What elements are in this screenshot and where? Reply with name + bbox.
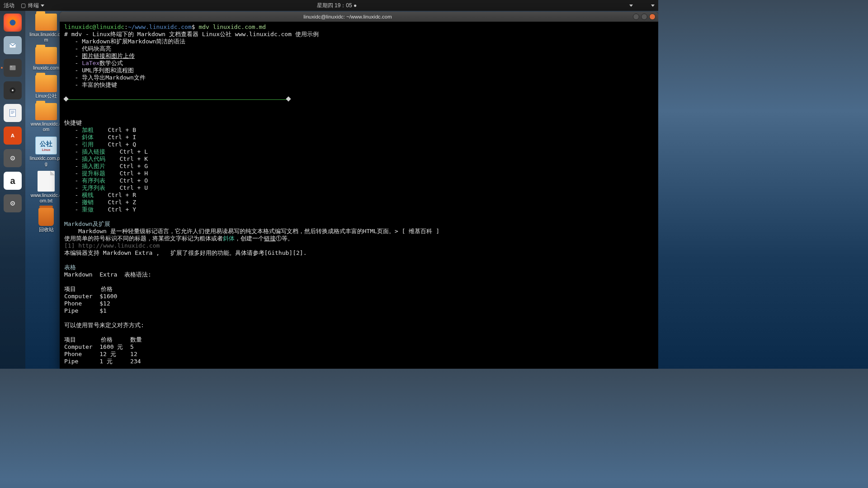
- terminal-body[interactable]: linuxidc@linuxidc:~/www.linuxidc.com$ md…: [60, 22, 658, 369]
- dock-amazon[interactable]: a: [4, 172, 22, 190]
- desktop-icon-folder[interactable]: Linux公社: [28, 75, 64, 99]
- desktop-icons: linux.linuxidc.comlinuxidc.comLinux公社www…: [28, 14, 64, 232]
- dock-libreoffice-writer[interactable]: [4, 104, 22, 122]
- top-panel: 活动 ▢ 终端 星期四 19：05 ●: [0, 0, 658, 11]
- svg-point-21: [12, 203, 14, 204]
- svg-rect-13: [10, 109, 16, 117]
- desktop-icon-folder[interactable]: www.linuxidc.com: [28, 103, 64, 132]
- png-icon: 公社Linux: [35, 136, 57, 155]
- folder-icon: [35, 14, 57, 31]
- svg-point-7: [10, 20, 16, 26]
- minimize-button[interactable]: [633, 14, 639, 20]
- desktop-icon-file[interactable]: www.linuxidc.com.txt: [28, 171, 64, 203]
- terminal-title: linuxidc@linuxidc: ~/www.linuxidc.com: [62, 14, 633, 19]
- trash-icon: [38, 208, 54, 226]
- terminal-icon: ▢: [20, 2, 26, 9]
- folder-icon: [35, 47, 57, 64]
- desktop-icon-folder[interactable]: linuxidc.com: [28, 47, 64, 70]
- dock-ubuntu-software[interactable]: A: [4, 127, 22, 145]
- dock-rhythmbox[interactable]: [4, 81, 22, 99]
- desktop-icon-trash[interactable]: 回收站: [28, 208, 64, 232]
- desktop-icon-label: Linux公社: [35, 93, 57, 99]
- dock-settings-2[interactable]: [4, 194, 22, 212]
- terminal-app-menu[interactable]: ▢ 终端: [20, 2, 44, 9]
- chevron-down-icon: [651, 5, 655, 7]
- desktop-icon-label: linux.linuxidc.com: [29, 32, 63, 42]
- desktop-icon-label: linuxidc.com: [33, 65, 59, 70]
- desktop-icon-label: linuxidc.com.png: [29, 155, 63, 166]
- terminal-app-label: 终端: [28, 2, 39, 9]
- dock-thunderbird[interactable]: [4, 36, 22, 54]
- dock-firefox[interactable]: [4, 14, 22, 32]
- terminal-window: linuxidc@linuxidc: ~/www.linuxidc.com li…: [60, 12, 658, 369]
- desktop-icon-label: www.linuxidc.com.txt: [29, 192, 63, 203]
- maximize-button[interactable]: [641, 14, 647, 20]
- terminal-titlebar[interactable]: linuxidc@linuxidc: ~/www.linuxidc.com: [60, 12, 658, 22]
- folder-icon: [35, 103, 57, 120]
- clock[interactable]: 星期四 19：05 ●: [44, 2, 629, 9]
- svg-text:A: A: [11, 132, 15, 138]
- desktop-icon-folder[interactable]: linux.linuxidc.com: [28, 14, 64, 42]
- desktop-icon-label: 回收站: [39, 227, 54, 232]
- input-source-icon[interactable]: [629, 5, 633, 7]
- desktop-icon-png[interactable]: 公社Linuxlinuxidc.com.png: [28, 136, 64, 166]
- folder-icon: [35, 75, 57, 92]
- dock-settings[interactable]: [4, 149, 22, 167]
- close-button[interactable]: [649, 14, 656, 20]
- svg-point-12: [12, 89, 14, 91]
- file-icon: [38, 171, 55, 192]
- svg-point-19: [12, 158, 14, 159]
- dock: A a: [0, 11, 25, 369]
- svg-rect-10: [10, 66, 12, 67]
- chevron-down-icon: [41, 5, 44, 7]
- dock-files[interactable]: [4, 59, 22, 77]
- activities-button[interactable]: 活动: [4, 2, 14, 9]
- desktop-icon-label: www.linuxidc.com: [29, 121, 63, 132]
